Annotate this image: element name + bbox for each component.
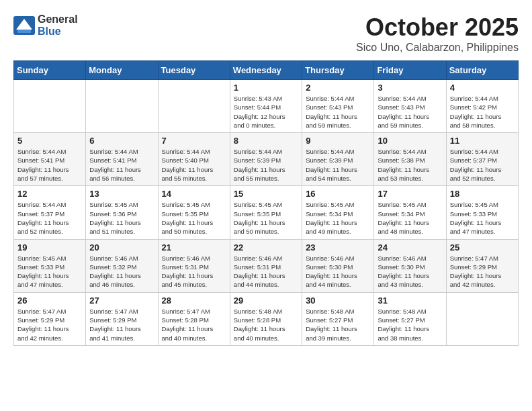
header: General Blue October 2025 Sico Uno, Cala… (13, 13, 519, 54)
calendar-day-18: 18Sunrise: 5:45 AM Sunset: 5:33 PM Dayli… (446, 186, 518, 239)
weekday-header-thursday: Thursday (302, 61, 374, 80)
day-number: 1 (234, 83, 298, 93)
logo-blue: Blue (38, 26, 61, 37)
day-number: 12 (17, 189, 82, 199)
calendar-day-20: 20Sunrise: 5:46 AM Sunset: 5:32 PM Dayli… (86, 239, 158, 292)
calendar-day-21: 21Sunrise: 5:46 AM Sunset: 5:31 PM Dayli… (158, 239, 230, 292)
logo-general: General (38, 13, 78, 25)
weekday-header-tuesday: Tuesday (158, 61, 230, 80)
day-info: Sunrise: 5:45 AM Sunset: 5:35 PM Dayligh… (234, 200, 298, 236)
day-number: 21 (162, 242, 226, 253)
calendar-week-row: 26Sunrise: 5:47 AM Sunset: 5:29 PM Dayli… (14, 292, 519, 345)
calendar-week-row: 12Sunrise: 5:44 AM Sunset: 5:37 PM Dayli… (14, 186, 519, 239)
day-number: 23 (306, 242, 370, 253)
day-info: Sunrise: 5:47 AM Sunset: 5:28 PM Dayligh… (162, 307, 226, 342)
day-number: 3 (378, 83, 442, 93)
weekday-header-saturday: Saturday (446, 61, 518, 80)
day-number: 6 (89, 136, 154, 146)
logo-icon (13, 16, 35, 35)
calendar-empty-cell (86, 80, 158, 133)
day-info: Sunrise: 5:44 AM Sunset: 5:41 PM Dayligh… (17, 147, 82, 183)
calendar-day-4: 4Sunrise: 5:44 AM Sunset: 5:42 PM Daylig… (446, 80, 518, 133)
day-number: 26 (17, 295, 82, 306)
calendar-day-11: 11Sunrise: 5:44 AM Sunset: 5:37 PM Dayli… (446, 133, 518, 186)
day-info: Sunrise: 5:45 AM Sunset: 5:34 PM Dayligh… (306, 200, 370, 236)
title-area: October 2025 Sico Uno, Calabarzon, Phili… (356, 13, 519, 54)
day-number: 16 (306, 189, 370, 199)
weekday-header-monday: Monday (86, 61, 158, 80)
day-number: 18 (450, 189, 515, 199)
calendar-week-row: 5Sunrise: 5:44 AM Sunset: 5:41 PM Daylig… (14, 133, 519, 186)
day-info: Sunrise: 5:44 AM Sunset: 5:43 PM Dayligh… (306, 94, 370, 130)
calendar-week-row: 19Sunrise: 5:45 AM Sunset: 5:33 PM Dayli… (14, 239, 519, 292)
day-number: 19 (17, 242, 82, 253)
calendar-day-5: 5Sunrise: 5:44 AM Sunset: 5:41 PM Daylig… (14, 133, 86, 186)
day-info: Sunrise: 5:46 AM Sunset: 5:30 PM Dayligh… (306, 254, 370, 289)
calendar-day-29: 29Sunrise: 5:48 AM Sunset: 5:28 PM Dayli… (230, 292, 302, 345)
calendar-day-2: 2Sunrise: 5:44 AM Sunset: 5:43 PM Daylig… (302, 80, 374, 133)
day-number: 13 (89, 189, 154, 199)
weekday-header-wednesday: Wednesday (230, 61, 302, 80)
month-title: October 2025 (356, 13, 519, 42)
calendar-day-26: 26Sunrise: 5:47 AM Sunset: 5:29 PM Dayli… (14, 292, 86, 345)
day-info: Sunrise: 5:44 AM Sunset: 5:41 PM Dayligh… (89, 147, 154, 183)
day-info: Sunrise: 5:44 AM Sunset: 5:39 PM Dayligh… (234, 147, 298, 183)
weekday-header-sunday: Sunday (14, 61, 86, 80)
weekday-header-friday: Friday (374, 61, 446, 80)
day-number: 28 (162, 295, 226, 306)
day-number: 9 (306, 136, 370, 146)
calendar-day-16: 16Sunrise: 5:45 AM Sunset: 5:34 PM Dayli… (302, 186, 374, 239)
calendar-empty-cell (446, 292, 518, 345)
calendar-day-25: 25Sunrise: 5:47 AM Sunset: 5:29 PM Dayli… (446, 239, 518, 292)
day-info: Sunrise: 5:44 AM Sunset: 5:37 PM Dayligh… (17, 200, 82, 236)
day-info: Sunrise: 5:43 AM Sunset: 5:44 PM Dayligh… (234, 94, 298, 130)
day-number: 25 (450, 242, 515, 253)
day-number: 8 (234, 136, 298, 146)
calendar-day-13: 13Sunrise: 5:45 AM Sunset: 5:36 PM Dayli… (86, 186, 158, 239)
day-info: Sunrise: 5:48 AM Sunset: 5:27 PM Dayligh… (306, 307, 370, 342)
day-number: 27 (89, 295, 154, 306)
day-info: Sunrise: 5:44 AM Sunset: 5:43 PM Dayligh… (378, 94, 442, 130)
weekday-header-row: SundayMondayTuesdayWednesdayThursdayFrid… (14, 61, 519, 80)
calendar-day-14: 14Sunrise: 5:45 AM Sunset: 5:35 PM Dayli… (158, 186, 230, 239)
calendar-week-row: 1Sunrise: 5:43 AM Sunset: 5:44 PM Daylig… (14, 80, 519, 133)
calendar-day-17: 17Sunrise: 5:45 AM Sunset: 5:34 PM Dayli… (374, 186, 446, 239)
day-info: Sunrise: 5:45 AM Sunset: 5:35 PM Dayligh… (162, 200, 226, 236)
day-number: 14 (162, 189, 226, 199)
day-number: 31 (378, 295, 442, 306)
day-info: Sunrise: 5:44 AM Sunset: 5:37 PM Dayligh… (450, 147, 515, 183)
day-number: 30 (306, 295, 370, 306)
calendar-day-22: 22Sunrise: 5:46 AM Sunset: 5:31 PM Dayli… (230, 239, 302, 292)
calendar-day-24: 24Sunrise: 5:46 AM Sunset: 5:30 PM Dayli… (374, 239, 446, 292)
calendar-day-15: 15Sunrise: 5:45 AM Sunset: 5:35 PM Dayli… (230, 186, 302, 239)
calendar-empty-cell (14, 80, 86, 133)
logo: General Blue (13, 13, 78, 38)
calendar-day-28: 28Sunrise: 5:47 AM Sunset: 5:28 PM Dayli… (158, 292, 230, 345)
day-info: Sunrise: 5:46 AM Sunset: 5:31 PM Dayligh… (234, 254, 298, 289)
svg-rect-2 (17, 30, 31, 33)
day-info: Sunrise: 5:44 AM Sunset: 5:42 PM Dayligh… (450, 94, 515, 130)
day-number: 22 (234, 242, 298, 253)
day-number: 10 (378, 136, 442, 146)
day-info: Sunrise: 5:48 AM Sunset: 5:28 PM Dayligh… (234, 307, 298, 342)
day-info: Sunrise: 5:47 AM Sunset: 5:29 PM Dayligh… (17, 307, 82, 342)
day-number: 17 (378, 189, 442, 199)
day-info: Sunrise: 5:48 AM Sunset: 5:27 PM Dayligh… (378, 307, 442, 342)
calendar-day-10: 10Sunrise: 5:44 AM Sunset: 5:38 PM Dayli… (374, 133, 446, 186)
calendar-day-19: 19Sunrise: 5:45 AM Sunset: 5:33 PM Dayli… (14, 239, 86, 292)
day-info: Sunrise: 5:44 AM Sunset: 5:38 PM Dayligh… (378, 147, 442, 183)
calendar-table: SundayMondayTuesdayWednesdayThursdayFrid… (13, 60, 519, 346)
day-info: Sunrise: 5:44 AM Sunset: 5:39 PM Dayligh… (306, 147, 370, 183)
calendar-day-12: 12Sunrise: 5:44 AM Sunset: 5:37 PM Dayli… (14, 186, 86, 239)
day-info: Sunrise: 5:46 AM Sunset: 5:30 PM Dayligh… (378, 254, 442, 289)
calendar-day-23: 23Sunrise: 5:46 AM Sunset: 5:30 PM Dayli… (302, 239, 374, 292)
calendar-day-7: 7Sunrise: 5:44 AM Sunset: 5:40 PM Daylig… (158, 133, 230, 186)
day-info: Sunrise: 5:46 AM Sunset: 5:32 PM Dayligh… (89, 254, 154, 289)
day-number: 7 (162, 136, 226, 146)
day-number: 4 (450, 83, 515, 93)
day-info: Sunrise: 5:45 AM Sunset: 5:33 PM Dayligh… (17, 254, 82, 289)
calendar-empty-cell (158, 80, 230, 133)
calendar-day-8: 8Sunrise: 5:44 AM Sunset: 5:39 PM Daylig… (230, 133, 302, 186)
day-info: Sunrise: 5:45 AM Sunset: 5:33 PM Dayligh… (450, 200, 515, 236)
day-info: Sunrise: 5:45 AM Sunset: 5:34 PM Dayligh… (378, 200, 442, 236)
